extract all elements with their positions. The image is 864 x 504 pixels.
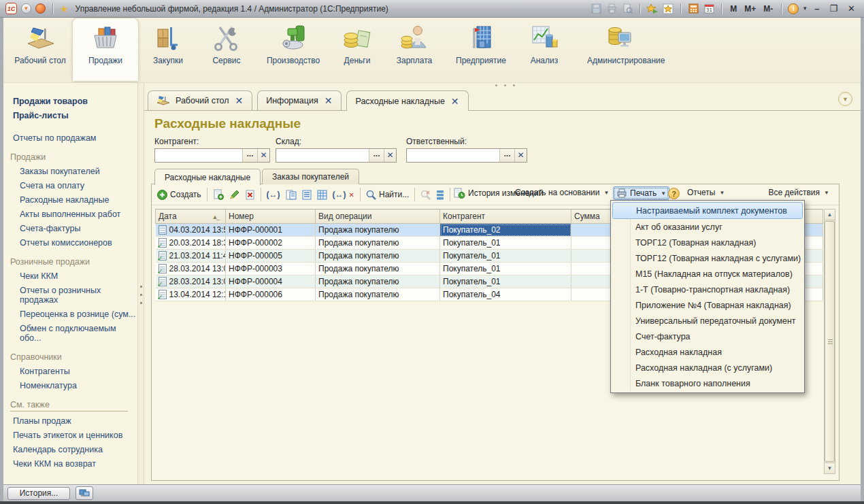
print-menu-button[interactable]: Печать▼ bbox=[613, 186, 669, 200]
sidebar-item-cheki-kkm-na-vozvrat[interactable]: Чеки ККМ на возврат bbox=[13, 459, 137, 469]
print-preview-icon[interactable] bbox=[621, 3, 633, 15]
ribbon-section-rabochiy-stol[interactable]: Рабочий стол bbox=[10, 18, 70, 81]
menu-item-m15[interactable]: М15 (Накладная на отпуск материалов) bbox=[612, 266, 803, 282]
column-header-data[interactable]: Дата▲̲ bbox=[156, 209, 226, 224]
find-button[interactable]: Найти... bbox=[363, 188, 412, 201]
tab-informaciya[interactable]: Информация ✕ bbox=[257, 90, 342, 110]
ribbon-collapse-grip[interactable] bbox=[495, 84, 522, 87]
memory-plus-button[interactable]: M+ bbox=[742, 4, 758, 14]
menu-item-universalnyy-peredatochnyy[interactable]: Универсальный передаточный документ bbox=[612, 313, 803, 329]
main-menu-button[interactable]: ▼ bbox=[21, 3, 31, 14]
column-header-kontragent[interactable]: Контрагент bbox=[440, 209, 571, 224]
close-icon[interactable]: ✕ bbox=[234, 97, 244, 105]
close-button[interactable]: ✕ bbox=[844, 3, 859, 14]
selected-cell[interactable]: Покупатель_02 bbox=[440, 224, 571, 237]
sidebar-item-scheta-faktury[interactable]: Счета-фактуры bbox=[13, 224, 137, 233]
add-favorite-icon[interactable] bbox=[662, 3, 674, 15]
favorites-star-icon[interactable]: ★ bbox=[60, 4, 69, 14]
maximize-button[interactable]: ❐ bbox=[826, 3, 841, 14]
table-vertical-scrollbar[interactable]: ▲ ▼ bbox=[824, 209, 835, 474]
sidebar-item-nomenklatura[interactable]: Номенклатура bbox=[13, 381, 137, 390]
sidebar-item-plany-prodazh[interactable]: Планы продаж bbox=[13, 416, 137, 426]
ellipsis-picker-button[interactable]: ... bbox=[369, 149, 384, 162]
sidebar-item-otchety-o-roznichnyh[interactable]: Отчеты о розничных продажах bbox=[13, 286, 137, 305]
tab-rashodnye-nakladnye[interactable]: Расходные накладные ✕ bbox=[346, 90, 468, 111]
close-icon[interactable]: ✕ bbox=[450, 97, 460, 105]
menu-item-blank-tovarnogo-napolneniya[interactable]: Бланк товарного наполнения bbox=[612, 375, 803, 391]
connections-button[interactable] bbox=[76, 486, 93, 500]
sidebar-item-prays-listy[interactable]: Прайс-листы bbox=[13, 111, 137, 120]
menu-item-1t[interactable]: 1-Т (Товарно-транспортная накладная) bbox=[612, 282, 803, 297]
column-header-nomer[interactable]: Номер bbox=[226, 209, 316, 224]
edit-pencil-button[interactable] bbox=[227, 188, 242, 201]
sidebar-item-cheki-kkm[interactable]: Чеки ККМ bbox=[13, 271, 137, 281]
calculator-icon[interactable] bbox=[687, 3, 699, 15]
ribbon-section-servis[interactable]: Сервис bbox=[198, 18, 255, 81]
ellipsis-picker-button[interactable]: ... bbox=[242, 149, 257, 162]
goto-favorite-icon[interactable] bbox=[646, 3, 659, 15]
sidebar-item-scheta-na-oplatu[interactable]: Счета на оплату bbox=[13, 181, 137, 190]
create-based-on-button[interactable]: Создать на основании▼ bbox=[512, 186, 612, 199]
menu-item-schet-faktura[interactable]: Счет-фактура bbox=[612, 329, 803, 344]
memory-button[interactable]: M bbox=[728, 4, 739, 14]
set-interval-button[interactable]: (↔) bbox=[264, 188, 283, 201]
delete-document-button[interactable] bbox=[242, 188, 258, 201]
sidebar-item-rashodnye-nakladnye[interactable]: Расходные накладные bbox=[13, 195, 137, 205]
scroll-up-arrow[interactable]: ▲ bbox=[825, 209, 835, 220]
sidebar-item-zakazy-pokupateley[interactable]: Заказы покупателей bbox=[13, 167, 137, 176]
ribbon-section-proizvodstvo[interactable]: Производство bbox=[258, 18, 329, 81]
help-button[interactable]: ? bbox=[665, 186, 682, 201]
sidebar-item-akty-vypolnennyh-rabot[interactable]: Акты выполненных работ bbox=[13, 209, 137, 219]
list-view-button[interactable] bbox=[433, 188, 447, 201]
clear-field-icon[interactable]: ✕ bbox=[384, 149, 396, 162]
sidebar-item-kalendar-sotrudnika[interactable]: Календарь сотрудника bbox=[13, 445, 137, 454]
list-settings-button[interactable] bbox=[299, 188, 314, 201]
sidebar-item-pereocenka-v-roznice[interactable]: Переоценка в рознице (сум... bbox=[13, 309, 137, 319]
all-actions-button[interactable]: Все действия▼ bbox=[766, 186, 832, 199]
sidebar-item-otchety-komissionerov[interactable]: Отчеты комиссионеров bbox=[13, 238, 137, 248]
sidebar-item-obmen-s-oborudovaniem[interactable]: Обмен с подключаемым обо... bbox=[13, 324, 137, 343]
copy-document-button[interactable] bbox=[210, 188, 227, 201]
menu-item-torg12-s-uslugami[interactable]: ТОРГ12 (Товарная накладная с услугами) bbox=[612, 250, 803, 266]
grid-settings-button[interactable] bbox=[314, 188, 330, 201]
memory-minus-button[interactable]: M- bbox=[761, 4, 775, 14]
sidebar-item-kontragenty[interactable]: Контрагенты bbox=[13, 367, 137, 376]
close-icon[interactable]: ✕ bbox=[324, 97, 333, 105]
subtab-zakazy-pokupateley[interactable]: Заказы покупателей bbox=[262, 169, 359, 184]
ellipsis-picker-button[interactable]: ... bbox=[499, 149, 514, 162]
sidebar-item-pechat-etiketok[interactable]: Печать этикеток и ценников bbox=[13, 431, 137, 440]
menu-item-nastraivaemyy-komplekt[interactable]: Настраиваемый комплект документов bbox=[612, 202, 803, 219]
menu-item-akt-ob-okazanii-uslug[interactable]: Акт об оказании услуг bbox=[612, 219, 803, 235]
ribbon-section-predpriyatie[interactable]: Предприятие bbox=[446, 18, 516, 81]
clear-field-icon[interactable]: ✕ bbox=[514, 149, 527, 162]
save-icon[interactable] bbox=[590, 3, 602, 15]
sidebar-item-otchety-po-prodazham[interactable]: Отчеты по продажам bbox=[13, 133, 137, 143]
create-button[interactable]: Создать bbox=[154, 188, 204, 201]
ribbon-section-prodazhi[interactable]: Продажи bbox=[73, 18, 138, 81]
clear-search-button[interactable] bbox=[418, 188, 433, 201]
reports-button[interactable]: Отчеты▼ bbox=[684, 186, 727, 199]
ribbon-section-analiz[interactable]: Анализ bbox=[519, 18, 569, 81]
title-bar[interactable]: 1С ▼ ★ Управление небольшой фирмой, реда… bbox=[0, 0, 864, 18]
calendar-icon[interactable]: 31 bbox=[703, 3, 715, 15]
minimize-button[interactable]: – bbox=[811, 3, 823, 14]
menu-item-torg12[interactable]: ТОРГ12 (Товарная накладная) bbox=[612, 235, 803, 250]
sidebar-item-prodazhi-tovarov[interactable]: Продажи товаров bbox=[13, 97, 137, 106]
column-header-vid-operacii[interactable]: Вид операции bbox=[316, 209, 440, 224]
tab-rabochiy-stol[interactable]: Рабочий стол ✕ bbox=[148, 90, 252, 110]
subtab-rashodnye-nakladnye[interactable]: Расходные накладные bbox=[154, 169, 261, 185]
info-dropdown-caret[interactable]: ▼ bbox=[802, 5, 808, 12]
info-icon[interactable]: i bbox=[788, 3, 799, 14]
menu-item-rashodnaya-nakladnaya[interactable]: Расходная накладная bbox=[612, 344, 803, 360]
ribbon-section-zarplata[interactable]: Зарплата bbox=[386, 18, 443, 81]
ribbon-section-dengi[interactable]: Деньги bbox=[331, 18, 383, 81]
menu-item-prilozhenie-4[interactable]: Приложение №4 (Товарная накладная) bbox=[612, 297, 803, 313]
menu-item-rashodnaya-s-uslugami[interactable]: Расходная накладная (с услугами) bbox=[612, 360, 803, 375]
history-button[interactable]: История... bbox=[7, 487, 70, 500]
scroll-down-arrow[interactable]: ▼ bbox=[825, 463, 835, 473]
print-icon[interactable] bbox=[605, 3, 618, 15]
scrollbar-thumb[interactable] bbox=[825, 221, 835, 462]
tab-overflow-button[interactable]: ▼ bbox=[838, 92, 852, 106]
clear-interval-button[interactable]: (↔)✕ bbox=[330, 188, 357, 201]
sidebar-splitter[interactable] bbox=[137, 83, 144, 484]
